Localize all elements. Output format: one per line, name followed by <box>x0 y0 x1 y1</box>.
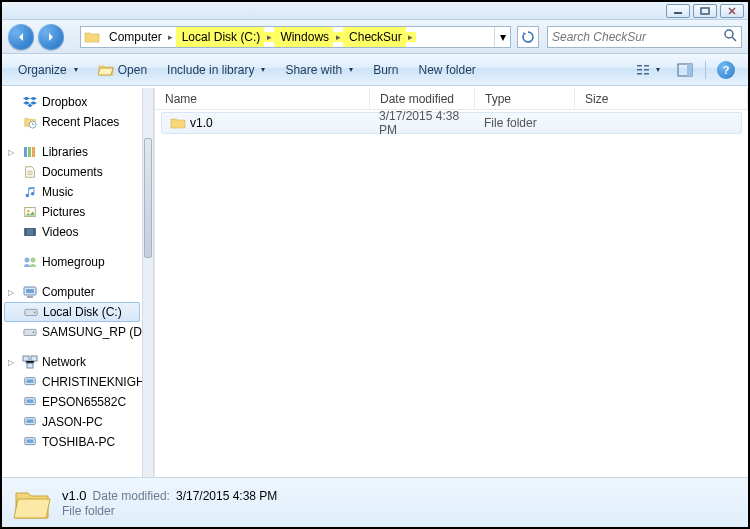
file-row[interactable]: v1.0 3/17/2015 4:38 PM File folder <box>161 112 742 134</box>
maximize-button[interactable] <box>693 4 717 18</box>
sidebar-scrollbar[interactable] <box>142 88 154 477</box>
svg-point-2 <box>725 30 733 38</box>
tree-label: Libraries <box>42 145 88 159</box>
chevron-right-icon[interactable]: ▸ <box>264 32 274 42</box>
svg-rect-31 <box>27 363 33 368</box>
svg-rect-33 <box>27 379 34 383</box>
folder-icon <box>83 28 101 46</box>
search-icon[interactable] <box>723 28 737 45</box>
sidebar-item-music[interactable]: Music <box>2 182 142 202</box>
tree-label: EPSON65582C <box>42 395 126 409</box>
videos-icon <box>22 224 38 240</box>
share-with-menu[interactable]: Share with <box>277 61 361 79</box>
tree-label: TOSHIBA-PC <box>42 435 115 449</box>
sidebar-item-network[interactable]: ▷Network <box>2 352 142 372</box>
svg-point-20 <box>25 258 30 263</box>
column-header-name[interactable]: Name <box>155 88 370 109</box>
sidebar-item-local-disk[interactable]: Local Disk (C:) <box>4 302 140 322</box>
breadcrumb-windows[interactable]: Windows <box>274 27 333 47</box>
burn-button[interactable]: Burn <box>365 61 406 79</box>
tree-label: Computer <box>42 285 95 299</box>
title-bar <box>2 2 748 20</box>
svg-rect-18 <box>25 229 27 236</box>
sidebar-item-network-pc[interactable]: EPSON65582C <box>2 392 142 412</box>
drive-icon <box>23 304 39 320</box>
chevron-right-icon[interactable]: ▸ <box>333 32 343 42</box>
folder-icon <box>12 483 52 523</box>
libraries-icon <box>22 144 38 160</box>
column-header-size[interactable]: Size <box>575 88 748 109</box>
address-dropdown[interactable]: ▾ <box>494 27 510 47</box>
include-in-library-menu[interactable]: Include in library <box>159 61 273 79</box>
drive-icon <box>22 324 38 340</box>
column-headers: Name Date modified Type Size <box>155 88 748 110</box>
computer-icon <box>22 284 38 300</box>
svg-rect-39 <box>27 439 34 443</box>
network-icon <box>22 354 38 370</box>
svg-point-28 <box>33 332 35 334</box>
svg-rect-8 <box>644 73 649 75</box>
recent-places-icon <box>22 114 38 130</box>
sidebar-item-documents[interactable]: Documents <box>2 162 142 182</box>
homegroup-icon <box>22 254 38 270</box>
sidebar-item-samsung[interactable]: SAMSUNG_RP (D:) <box>2 322 142 342</box>
svg-rect-3 <box>637 65 642 67</box>
new-folder-button[interactable]: New folder <box>411 61 484 79</box>
file-list-pane: Name Date modified Type Size v1.0 3/17/2… <box>154 88 748 477</box>
search-input[interactable] <box>552 30 723 44</box>
sidebar-item-network-pc[interactable]: CHRISTINEKNIGHT <box>2 372 142 392</box>
sidebar-item-dropbox[interactable]: Dropbox <box>2 92 142 112</box>
scrollbar-thumb[interactable] <box>144 138 152 258</box>
svg-point-21 <box>31 258 36 263</box>
computer-icon <box>22 434 38 450</box>
tree-label: Homegroup <box>42 255 105 269</box>
sidebar-item-computer[interactable]: ▷Computer <box>2 282 142 302</box>
svg-rect-19 <box>34 229 36 236</box>
svg-rect-0 <box>674 12 682 14</box>
sidebar-item-network-pc[interactable]: TOSHIBA-PC <box>2 432 142 452</box>
chevron-right-icon[interactable]: ▸ <box>166 32 176 42</box>
organize-menu[interactable]: Organize <box>10 61 86 79</box>
svg-rect-6 <box>644 65 649 67</box>
refresh-button[interactable] <box>517 26 539 48</box>
sidebar-item-recent-places[interactable]: Recent Places <box>2 112 142 132</box>
back-button[interactable] <box>8 24 34 50</box>
svg-rect-13 <box>28 147 31 157</box>
details-name: v1.0 <box>62 488 87 503</box>
file-name: v1.0 <box>190 116 213 130</box>
tree-label: CHRISTINEKNIGHT <box>42 375 142 389</box>
breadcrumb-local-disk[interactable]: Local Disk (C:) <box>176 27 265 47</box>
close-button[interactable] <box>720 4 744 18</box>
help-button[interactable]: ? <box>712 59 740 81</box>
view-options-button[interactable]: ▾ <box>629 59 667 81</box>
sidebar-item-libraries[interactable]: ▷Libraries <box>2 142 142 162</box>
tree-label: Videos <box>42 225 78 239</box>
sidebar-item-pictures[interactable]: Pictures <box>2 202 142 222</box>
folder-icon <box>170 115 186 131</box>
svg-rect-5 <box>637 73 642 75</box>
svg-rect-14 <box>32 147 35 157</box>
svg-rect-29 <box>23 356 29 361</box>
navigation-bar: Computer ▸ Local Disk (C:) ▸ Windows ▸ C… <box>2 20 748 54</box>
sidebar-item-videos[interactable]: Videos <box>2 222 142 242</box>
preview-pane-button[interactable] <box>671 59 699 81</box>
music-icon <box>22 184 38 200</box>
documents-icon <box>22 164 38 180</box>
address-bar[interactable]: Computer ▸ Local Disk (C:) ▸ Windows ▸ C… <box>80 26 511 48</box>
open-folder-icon <box>98 62 114 78</box>
dropbox-icon <box>22 94 38 110</box>
main-area: Dropbox Recent Places ▷Libraries Documen… <box>2 88 748 477</box>
column-header-type[interactable]: Type <box>475 88 575 109</box>
column-header-date[interactable]: Date modified <box>370 88 475 109</box>
open-button[interactable]: Open <box>90 60 155 80</box>
search-box[interactable] <box>547 26 742 48</box>
breadcrumb-checksur[interactable]: CheckSur <box>343 27 406 47</box>
chevron-right-icon[interactable]: ▸ <box>406 32 416 42</box>
forward-button[interactable] <box>38 24 64 50</box>
tree-label: Dropbox <box>42 95 87 109</box>
minimize-button[interactable] <box>666 4 690 18</box>
tree-label: Pictures <box>42 205 85 219</box>
breadcrumb-computer[interactable]: Computer <box>103 27 166 47</box>
sidebar-item-homegroup[interactable]: Homegroup <box>2 252 142 272</box>
sidebar-item-network-pc[interactable]: JASON-PC <box>2 412 142 432</box>
